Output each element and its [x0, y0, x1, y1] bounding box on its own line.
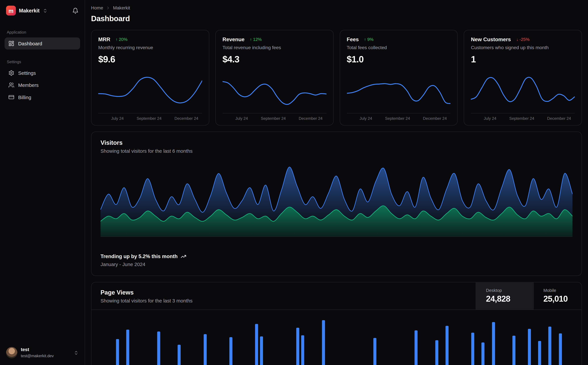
page-views-card: Page Views Showing total visitors for th… [91, 282, 582, 365]
stat-title: New Customers [471, 36, 511, 42]
bar [415, 330, 417, 365]
x-axis-labels: July 24September 24December 24 [222, 116, 326, 120]
bar [322, 320, 325, 365]
page-views-subtitle: Showing total visitors for the last 3 mo… [101, 298, 467, 303]
stat-description: Monthly recurring revenue [98, 45, 202, 50]
user-avatar [6, 347, 18, 358]
bar [116, 339, 119, 365]
bar [260, 336, 263, 365]
stat-cards-row: MRR ↑ 20% Monthly recurring revenue $9.6… [91, 30, 582, 126]
user-name: test [21, 347, 54, 353]
sidebar-item-label: Billing [18, 94, 31, 100]
bar [538, 341, 541, 365]
bar [482, 343, 484, 365]
toggle-mobile[interactable]: Mobile 25,010 [533, 282, 581, 309]
bar [528, 329, 531, 365]
workspace-name: Makerkit [19, 8, 40, 14]
bell-icon [72, 7, 79, 14]
bar [229, 337, 232, 365]
sidebar-item-billing[interactable]: Billing [5, 91, 80, 103]
trend-badge: ↓ -25% [516, 37, 530, 42]
chevrons-up-down-icon [74, 350, 79, 355]
bar [471, 333, 474, 365]
stat-title: Fees [347, 36, 359, 42]
visitors-title: Visitors [101, 140, 573, 146]
x-axis-labels: July 24September 24December 24 [471, 116, 575, 120]
bar [126, 330, 129, 365]
chevron-right-icon [106, 6, 110, 10]
bar [157, 332, 160, 365]
gear-icon [8, 70, 14, 76]
visitors-trend-text: Trending up by 5.2% this month [101, 254, 178, 259]
bar [559, 333, 562, 365]
makerkit-logo-icon: m [6, 6, 16, 15]
stat-value: $1.0 [347, 54, 450, 65]
user-account-menu[interactable]: test test@makerkit.dev [5, 345, 80, 361]
stat-description: Total fees collected [347, 45, 450, 50]
stat-value: $4.3 [222, 54, 326, 65]
breadcrumb-current: Makerkit [113, 5, 130, 11]
sidebar-item-dashboard[interactable]: Dashboard [5, 37, 80, 49]
sidebar-section-application: Application [7, 30, 78, 34]
sidebar-item-label: Dashboard [18, 41, 42, 46]
page-title: Dashboard [91, 14, 582, 23]
stat-value: $9.6 [98, 54, 202, 65]
notifications-bell-button[interactable] [72, 7, 79, 14]
bar [492, 322, 495, 365]
stat-card-fees: Fees ↑ 9% Total fees collected $1.0 July… [339, 30, 458, 126]
x-axis-labels: July 24September 24December 24 [347, 116, 450, 120]
sidebar-item-label: Members [18, 82, 39, 88]
stat-description: Customers who signed up this month [471, 45, 575, 50]
bar [301, 335, 304, 365]
bar [512, 336, 515, 365]
bar [548, 327, 552, 365]
toggle-desktop[interactable]: Desktop 24,828 [476, 282, 533, 309]
stat-title: MRR [98, 36, 110, 42]
main-content: Home Makerkit Dashboard MRR ↑ 20% Monthl… [85, 0, 588, 365]
trend-down-icon: ↓ [516, 37, 518, 42]
breadcrumb-home-link[interactable]: Home [91, 5, 103, 11]
stat-card-revenue: Revenue ↑ 12% Total revenue including fe… [215, 30, 334, 126]
stat-value: 1 [471, 54, 575, 65]
trend-up-icon: ↑ [116, 37, 118, 42]
trend-badge: ↑ 9% [364, 37, 374, 42]
users-icon [8, 82, 14, 88]
trend-badge: ↑ 20% [116, 37, 128, 42]
sidebar-item-label: Settings [18, 70, 36, 76]
bar [203, 334, 207, 365]
stat-title: Revenue [222, 36, 244, 42]
visitors-period: January - June 2024 [101, 262, 573, 267]
breadcrumb: Home Makerkit [91, 5, 582, 11]
app-root: m Makerkit Application Dashboard Setting… [0, 0, 588, 365]
sidebar-item-members[interactable]: Members [5, 79, 80, 91]
x-axis-labels: July 24September 24December 24 [98, 116, 202, 120]
bar [178, 345, 181, 365]
credit-card-icon [8, 94, 14, 100]
sidebar: m Makerkit Application Dashboard Setting… [0, 0, 85, 365]
bar [373, 338, 376, 365]
workspace-selector[interactable]: m Makerkit [6, 6, 48, 15]
sidebar-item-settings[interactable]: Settings [5, 67, 80, 79]
trending-up-icon [181, 254, 186, 259]
mrr-sparkline-chart [98, 69, 202, 113]
trend-badge: ↑ 12% [250, 37, 262, 42]
visitors-area-chart [101, 161, 573, 237]
page-views-bar-chart [101, 315, 573, 365]
stat-description: Total revenue including fees [222, 45, 326, 50]
fees-sparkline-chart [347, 69, 450, 113]
stat-card-new-customers: New Customers ↓ -25% Customers who signe… [464, 30, 582, 126]
trend-up-icon: ↑ [250, 37, 252, 42]
dashboard-icon [8, 40, 14, 47]
visitors-card: Visitors Showing total visitors for the … [91, 132, 582, 276]
bar [445, 326, 448, 365]
visitors-subtitle: Showing total visitors for the last 6 mo… [101, 148, 573, 154]
bar [255, 324, 258, 365]
bar [435, 340, 438, 365]
trend-up-icon: ↑ [364, 37, 366, 42]
user-email: test@makerkit.dev [21, 353, 54, 358]
chevrons-up-down-icon [43, 8, 48, 13]
revenue-sparkline-chart [222, 69, 326, 113]
sidebar-section-settings: Settings [7, 59, 78, 64]
new-customers-sparkline-chart [471, 69, 575, 113]
bar [296, 328, 299, 365]
